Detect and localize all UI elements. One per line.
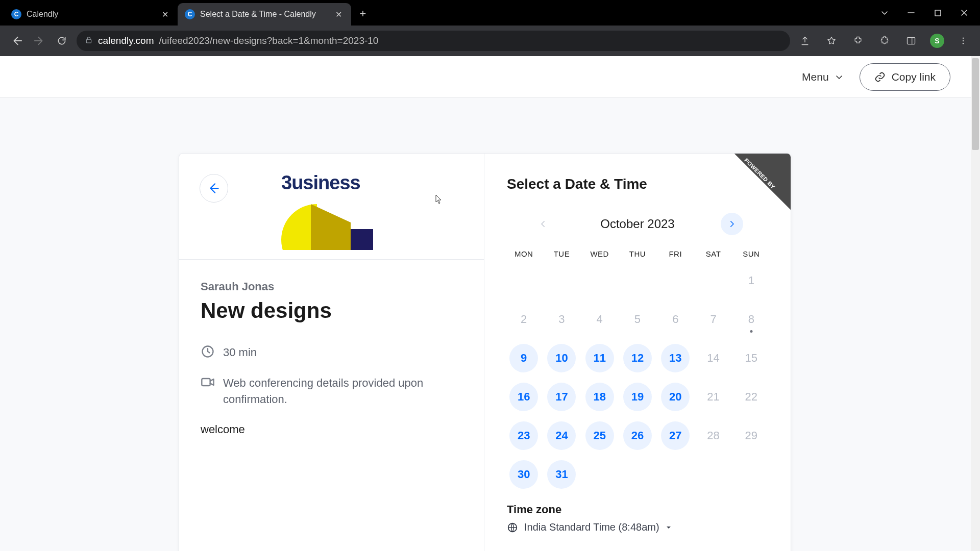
calendar-day: 14 — [696, 342, 730, 374]
profile-avatar[interactable]: S — [930, 34, 944, 48]
timezone-picker[interactable]: India Standard Time (8:48am) — [507, 521, 768, 533]
event-body: Sarauh Jonas New designs 30 min Web conf… — [179, 260, 484, 457]
host-name: Sarauh Jonas — [201, 280, 462, 293]
location-row: Web conferencing details provided upon c… — [201, 375, 462, 408]
browser-tabstrip: C Calendly ✕ C Select a Date & Time - Ca… — [0, 0, 980, 26]
calendar-day: 6 — [658, 303, 692, 336]
arrow-left-icon — [207, 182, 220, 195]
calendar-day — [696, 458, 730, 491]
calendar-day[interactable]: 10 — [545, 342, 578, 374]
menu-dropdown[interactable]: Menu — [799, 66, 846, 88]
nav-forward-button[interactable] — [32, 33, 47, 48]
calendar-week-row: 9101112131415 — [507, 342, 768, 374]
calendar-day[interactable]: 13 — [658, 342, 692, 374]
tab-title: Select a Date & Time - Calendly — [200, 10, 328, 19]
calendar-day: 28 — [696, 419, 730, 452]
window-minimize-icon[interactable] — [906, 8, 916, 17]
calendar-day[interactable]: 27 — [658, 419, 692, 452]
close-tab-icon[interactable]: ✕ — [333, 9, 344, 20]
extensions-icon[interactable] — [850, 33, 866, 48]
nav-reload-button[interactable] — [54, 33, 69, 48]
calendar-day: 8 — [734, 303, 768, 336]
calendar-day[interactable]: 12 — [621, 342, 654, 374]
brand-graphic — [281, 204, 373, 250]
page-header: Menu Copy link — [0, 56, 971, 98]
new-tab-button[interactable]: + — [354, 5, 372, 22]
calendar-day[interactable]: 11 — [583, 342, 617, 374]
kebab-menu-icon[interactable] — [955, 33, 971, 48]
scrollbar[interactable] — [971, 56, 980, 551]
favicon-icon: C — [11, 9, 21, 19]
window-maximize-icon[interactable] — [933, 8, 942, 17]
prev-month-button[interactable] — [532, 213, 554, 235]
event-details-pane: 3usiness Sarauh Jonas New designs — [179, 154, 484, 551]
brand-text: 3usiness — [281, 172, 373, 194]
calendar-day: 29 — [734, 419, 768, 452]
weekday-label: FRI — [658, 249, 692, 258]
calendar-week-row: 23242526272829 — [507, 419, 768, 452]
weekday-label: SUN — [734, 249, 768, 258]
booking-card: POWERED BY Calendly 3usiness — [179, 153, 791, 551]
svg-point-3 — [963, 38, 964, 39]
browser-tab-0[interactable]: C Calendly ✕ — [4, 3, 178, 26]
copy-link-label: Copy link — [892, 71, 936, 83]
cursor-icon — [435, 194, 443, 205]
calendar-day — [545, 264, 578, 297]
side-panel-icon[interactable] — [903, 33, 919, 48]
address-bar[interactable]: calendly.com/uifeed2023/new-designs?back… — [77, 31, 790, 51]
calendar-day: 1 — [734, 264, 768, 297]
svg-rect-1 — [86, 39, 91, 43]
calendar-week-row: 2345678 — [507, 303, 768, 336]
calendar-day: 2 — [507, 303, 541, 336]
menu-label: Menu — [802, 71, 829, 83]
share-icon[interactable] — [797, 33, 813, 48]
calendar-day[interactable]: 19 — [621, 381, 654, 413]
calendar-day[interactable]: 25 — [583, 419, 617, 452]
calendar-day[interactable]: 23 — [507, 419, 541, 452]
window-close-icon[interactable] — [960, 8, 969, 17]
calendar-day[interactable]: 16 — [507, 381, 541, 413]
calendar-day[interactable]: 20 — [658, 381, 692, 413]
calendar-grid: 1234567891011121314151617181920212223242… — [507, 264, 768, 491]
event-title: New designs — [201, 298, 462, 323]
browser-tab-1[interactable]: C Select a Date & Time - Calendly ✕ — [178, 3, 351, 26]
calendar-day[interactable]: 31 — [545, 458, 578, 491]
extensions-puzzle-icon[interactable] — [877, 33, 892, 48]
svg-rect-7 — [202, 379, 210, 386]
calendar-day — [621, 264, 654, 297]
location-text: Web conferencing details provided upon c… — [223, 375, 462, 408]
calendar-day[interactable]: 30 — [507, 458, 541, 491]
calendar-day: 4 — [583, 303, 617, 336]
copy-link-button[interactable]: Copy link — [860, 63, 950, 91]
weekday-label: WED — [583, 249, 617, 258]
tabstrip: C Calendly ✕ C Select a Date & Time - Ca… — [0, 0, 869, 26]
nav-back-button[interactable] — [9, 33, 24, 48]
calendar-day — [734, 458, 768, 491]
calendar-day — [583, 458, 617, 491]
calendar-day[interactable]: 9 — [507, 342, 541, 374]
page-viewport: Menu Copy link POWERED BY Calendly — [0, 56, 980, 551]
host-logo: 3usiness — [281, 172, 373, 250]
calendar-day: 22 — [734, 381, 768, 413]
weekday-label: TUE — [545, 249, 578, 258]
video-icon — [201, 375, 215, 389]
close-tab-icon[interactable]: ✕ — [160, 9, 170, 20]
next-month-button[interactable] — [721, 213, 743, 235]
calendar-day — [696, 264, 730, 297]
calendar-day[interactable]: 17 — [545, 381, 578, 413]
scrollbar-thumb[interactable] — [972, 58, 979, 150]
tab-search-icon[interactable] — [880, 8, 889, 17]
calendar-day[interactable]: 24 — [545, 419, 578, 452]
calendar-day[interactable]: 26 — [621, 419, 654, 452]
select-heading: Select a Date & Time — [507, 176, 768, 192]
calendar-week-row: 3031 — [507, 458, 768, 491]
back-button[interactable] — [200, 174, 228, 203]
calendar-day — [658, 458, 692, 491]
bookmark-star-icon[interactable] — [824, 33, 839, 48]
timezone-value: India Standard Time (8:48am) — [524, 521, 659, 533]
calendar-day[interactable]: 18 — [583, 381, 617, 413]
calendar-day: 15 — [734, 342, 768, 374]
caret-down-icon — [666, 524, 672, 531]
toolbar-actions: S — [797, 33, 971, 48]
window-controls — [869, 0, 980, 26]
